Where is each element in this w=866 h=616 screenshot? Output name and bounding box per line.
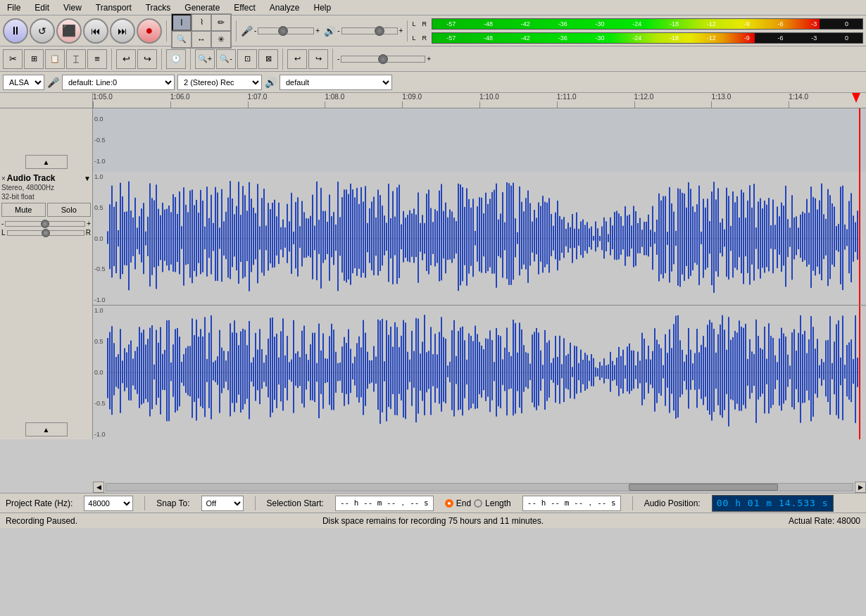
bottom-statusbar: Recording Paused. Disk space remains for… xyxy=(0,513,866,528)
ruler-tick xyxy=(789,101,789,108)
speaker-volume-knob[interactable] xyxy=(375,26,384,36)
menu-effect[interactable]: Effect xyxy=(227,1,262,14)
menu-help[interactable]: Help xyxy=(307,1,339,14)
input-device-select[interactable]: default: Line:0 xyxy=(62,75,175,90)
selection-tool[interactable]: I xyxy=(172,14,192,31)
y-label-n05: -0.5 xyxy=(94,137,115,144)
menu-tracks[interactable]: Tracks xyxy=(139,1,178,14)
mic-volume-knob[interactable] xyxy=(278,26,288,36)
timeshift-tool[interactable]: ↔ xyxy=(192,31,211,48)
track-gain-slider[interactable] xyxy=(5,221,85,227)
scroll-left-button[interactable]: ◀ xyxy=(93,482,104,493)
edit-sep-3 xyxy=(190,49,191,70)
gain-row: - + xyxy=(1,220,91,227)
playhead-line-ch2 xyxy=(859,306,860,439)
zoom-fwd-button[interactable]: ↪ xyxy=(308,49,328,69)
undo-button[interactable]: ↩ xyxy=(116,49,136,69)
gain-slider[interactable] xyxy=(341,56,425,63)
silence-button[interactable]: ≡ xyxy=(87,49,107,69)
track-title-row: × Audio Track ▼ xyxy=(1,173,91,183)
toolbar-separator-2 xyxy=(236,20,237,42)
ruler-track-space xyxy=(0,93,93,108)
speaker-volume-slider[interactable] xyxy=(341,27,398,34)
track-pan-slider[interactable] xyxy=(7,230,84,236)
sel-start-value[interactable]: -- h -- m -- . -- s xyxy=(335,496,434,511)
menu-edit[interactable]: Edit xyxy=(27,1,56,14)
track-dropdown-button[interactable]: ▼ xyxy=(84,175,91,182)
track-pan-knob[interactable] xyxy=(42,229,50,237)
timeline-ruler: 1:05.01:06.01:07.01:08.01:09.01:10.01:11… xyxy=(0,93,866,108)
vu-r-label: L xyxy=(412,34,420,42)
mic-volume-slider[interactable] xyxy=(258,27,314,34)
scrollbar-thumb[interactable] xyxy=(629,484,778,491)
ruler-mark: 1:09.0 xyxy=(402,93,422,101)
ruler-mark: 1:07.0 xyxy=(248,93,268,101)
end-value[interactable]: -- h -- m -- . -- s xyxy=(522,496,621,511)
status-sep-1 xyxy=(144,496,145,510)
y-axis-top: 0.0 -0.5 -1.0 xyxy=(94,108,115,172)
length-label: Length xyxy=(485,498,511,508)
sync-button[interactable]: 🕐 xyxy=(166,49,186,69)
cut-button[interactable]: ✂ xyxy=(3,49,23,69)
snap-select[interactable]: Off xyxy=(201,496,244,511)
menu-analyze[interactable]: Analyze xyxy=(263,1,307,14)
transport-toolbar: ⏸ ↺ ⬛ ⏮ ⏭ ● I ⌇ ✏ 🔍 ↔ ✳ 🎤 - + 🔊 - xyxy=(0,15,866,46)
mute-button[interactable]: Mute xyxy=(1,203,46,217)
toolbar-separator-3 xyxy=(407,20,408,42)
pause-button[interactable]: ⏸ xyxy=(3,18,28,44)
multi-tool[interactable]: ✳ xyxy=(211,31,231,48)
ruler-tick xyxy=(325,101,325,108)
zoom-fit-button[interactable]: ⊠ xyxy=(258,49,278,69)
track-close-button[interactable]: × xyxy=(1,175,6,182)
zoom-out-button[interactable]: 🔍- xyxy=(216,49,236,69)
track-collapse-button[interactable]: ▲ xyxy=(25,422,68,436)
audio-position-display: 00 h 01 m 14.533 s xyxy=(712,495,834,512)
paste-button[interactable]: 📋 xyxy=(45,49,65,69)
ruler-content[interactable]: 1:05.01:06.01:07.01:08.01:09.01:10.01:11… xyxy=(93,93,866,108)
mic-icon: 🎤 xyxy=(241,25,253,37)
gain-knob[interactable] xyxy=(378,54,388,64)
redo-button[interactable]: ↪ xyxy=(137,49,157,69)
ruler-tick xyxy=(93,101,94,108)
edit-sep-5 xyxy=(332,49,333,70)
output-device-select[interactable]: default xyxy=(280,75,392,90)
ruler-tick xyxy=(248,101,249,108)
length-radio[interactable] xyxy=(474,499,482,508)
scroll-right-button[interactable]: ▶ xyxy=(855,482,866,493)
track-gain-knob[interactable] xyxy=(41,220,49,228)
menu-view[interactable]: View xyxy=(56,1,89,14)
zoom-in-button[interactable]: 🔍+ xyxy=(195,49,215,69)
end-radio[interactable] xyxy=(445,499,453,508)
solo-button[interactable]: Solo xyxy=(47,203,92,217)
project-rate-select[interactable]: 48000 xyxy=(84,496,133,511)
scrollbar-track[interactable] xyxy=(106,483,853,491)
stop-button[interactable]: ⬛ xyxy=(56,18,82,44)
edit-toolbar: ✂ ⊞ 📋 ⌶ ≡ ↩ ↪ 🕐 🔍+ 🔍- ⊡ ⊠ ↩ ↪ - + xyxy=(0,46,866,72)
playhead-arrow xyxy=(852,93,860,103)
menu-generate[interactable]: Generate xyxy=(177,1,227,14)
sel-start-label: Selection Start: xyxy=(267,498,324,508)
record-button[interactable]: ● xyxy=(137,18,162,44)
skip-forward-button[interactable]: ⏭ xyxy=(110,18,135,44)
track-top-collapse[interactable]: ▲ xyxy=(25,155,68,169)
trim-button[interactable]: ⌶ xyxy=(66,49,86,69)
skip-back-button[interactable]: ⏮ xyxy=(83,18,108,44)
menu-transport[interactable]: Transport xyxy=(89,1,139,14)
vu-l-label: L xyxy=(412,20,420,27)
draw-tool[interactable]: ✏ xyxy=(211,14,231,31)
zoom-sel-button[interactable]: ⊡ xyxy=(237,49,257,69)
rewind-button[interactable]: ↺ xyxy=(30,18,55,44)
menu-file[interactable]: File xyxy=(0,1,27,14)
zoom-tool[interactable]: 🔍 xyxy=(172,31,192,48)
playhead-line-ch1 xyxy=(859,172,860,305)
track-name-label: Audio Track xyxy=(7,173,82,183)
ruler-mark: 1:13.0 xyxy=(711,93,731,101)
channels-select[interactable]: 2 (Stereo) Rec xyxy=(177,75,262,90)
driver-select[interactable]: ALSA xyxy=(3,75,44,90)
track-top-mini: ▲ 0.0 -0.5 -1.0 xyxy=(0,108,866,172)
envelope-tool[interactable]: ⌇ xyxy=(192,14,211,31)
copy-button[interactable]: ⊞ xyxy=(24,49,44,69)
ruler-mark: 1:11.0 xyxy=(557,93,577,101)
disk-space-text: Disk space remains for recording 75 hour… xyxy=(322,516,544,526)
zoom-back-button[interactable]: ↩ xyxy=(287,49,307,69)
